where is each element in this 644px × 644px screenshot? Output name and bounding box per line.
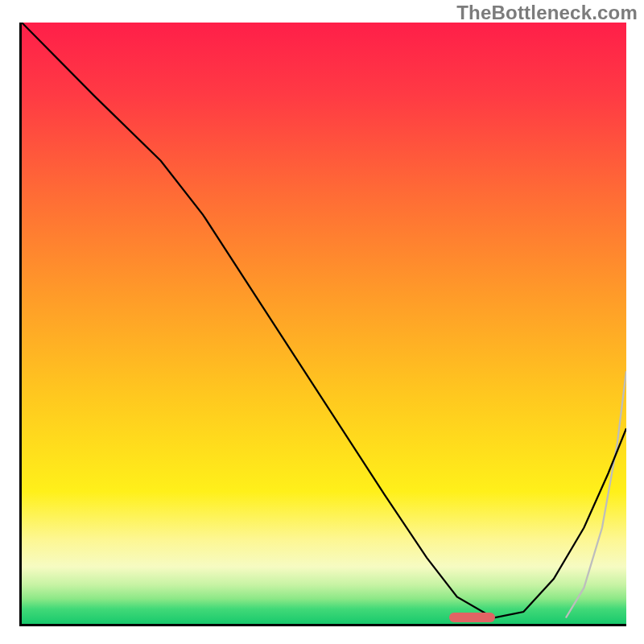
chart-root: TheBottleneck.com xyxy=(0,0,644,644)
optimal-marker xyxy=(449,613,494,622)
plot-area xyxy=(19,23,626,626)
main-curve xyxy=(22,23,626,618)
secondary-curve xyxy=(566,371,626,617)
curves-layer xyxy=(22,23,626,624)
watermark-text: TheBottleneck.com xyxy=(456,2,638,24)
